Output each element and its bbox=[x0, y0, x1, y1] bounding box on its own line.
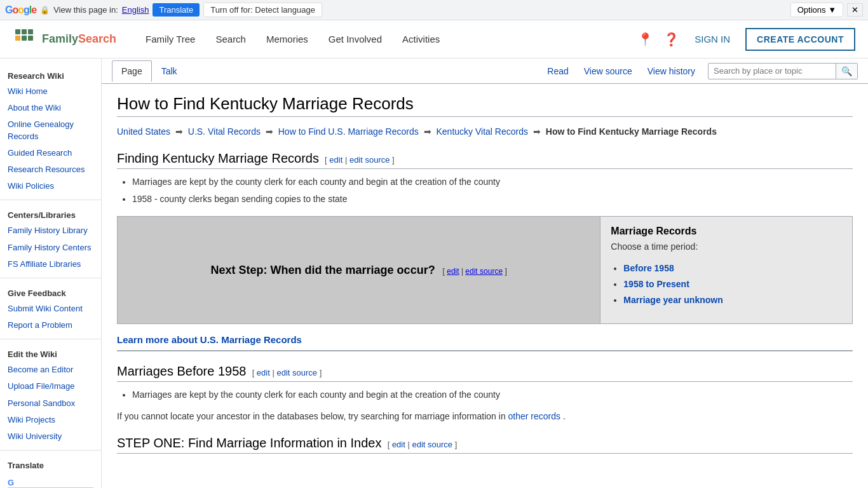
section2-edit-source-link[interactable]: edit source bbox=[276, 368, 317, 377]
year-unknown-link[interactable]: Marriage year unknown bbox=[623, 295, 722, 305]
view-page-text: View this page in: bbox=[53, 5, 118, 15]
translate-button[interactable]: Translate bbox=[153, 3, 200, 17]
main-nav-links: Family Tree Search Memories Get Involved… bbox=[135, 20, 637, 58]
svg-rect-1 bbox=[22, 29, 27, 34]
section1-bullets: Marriages are kept by the county clerk f… bbox=[132, 175, 853, 206]
article-para-1: If you cannot locate your ancestor in th… bbox=[117, 409, 853, 423]
sidebar-wiki-projects[interactable]: Wiki Projects bbox=[0, 412, 101, 428]
translate-close-button[interactable]: ✕ bbox=[847, 3, 863, 17]
nav-right-area: 📍 ❓ SIGN IN CREATE ACCOUNT bbox=[637, 28, 855, 51]
article-title: How to Find Kentucky Marriage Records bbox=[117, 94, 853, 117]
breadcrumb-kentucky-vital-records[interactable]: Kentucky Vital Records bbox=[437, 126, 528, 137]
section1-edit-links: [ edit | edit source ] bbox=[322, 155, 394, 165]
sidebar-divider-3 bbox=[0, 339, 101, 339]
section3-edit-links: [ edit | edit source ] bbox=[385, 440, 457, 449]
section-heading-1: Finding Kentucky Marriage Records [ edit… bbox=[117, 151, 853, 169]
sidebar-report-problem[interactable]: Report a Problem bbox=[0, 317, 101, 334]
nav-get-involved[interactable]: Get Involved bbox=[318, 20, 392, 58]
action-view-history[interactable]: View history bbox=[640, 61, 703, 81]
sidebar-divider-1 bbox=[0, 200, 101, 200]
sidebar-wiki-policies[interactable]: Wiki Policies bbox=[0, 178, 101, 194]
sidebar-online-genealogy[interactable]: Online Genealogy Records bbox=[0, 116, 101, 144]
learn-more-link[interactable]: Learn more about U.S. Marriage Records bbox=[117, 334, 853, 351]
breadcrumb-us-vital-records[interactable]: U.S. Vital Records bbox=[188, 126, 261, 137]
list-item: Before 1958 bbox=[623, 262, 842, 275]
main-nav: FamilySearch Family Tree Search Memories… bbox=[0, 20, 868, 58]
wiki-search-button[interactable]: 🔍 bbox=[836, 64, 857, 79]
sidebar-research-resources[interactable]: Research Resources bbox=[0, 161, 101, 178]
section1-edit-source-link[interactable]: edit source bbox=[349, 155, 390, 165]
tab-talk[interactable]: Talk bbox=[152, 60, 187, 82]
lock-icon: 🔒 bbox=[40, 6, 50, 15]
sidebar-section-translate: Translate bbox=[0, 456, 101, 473]
nav-search[interactable]: Search bbox=[205, 20, 256, 58]
location-icon[interactable]: 📍 bbox=[637, 32, 653, 47]
sidebar-fs-affiliate[interactable]: FS Affiliate Libraries bbox=[0, 256, 101, 273]
sidebar-submit-wiki[interactable]: Submit Wiki Content bbox=[0, 301, 101, 317]
logo-link[interactable]: FamilySearch bbox=[13, 27, 116, 52]
section-heading-2: Marriages Before 1958 [ edit | edit sour… bbox=[117, 364, 853, 382]
action-read[interactable]: Read bbox=[539, 61, 576, 81]
action-view-source[interactable]: View source bbox=[576, 61, 640, 81]
help-icon[interactable]: ❓ bbox=[663, 32, 679, 47]
section3-edit-source-link[interactable]: edit source bbox=[412, 440, 452, 449]
sidebar-section-feedback: Give Feedback bbox=[0, 283, 101, 301]
info-box-edit-links: [ edit | edit source ] bbox=[443, 267, 507, 276]
info-box-edit-source[interactable]: edit source bbox=[465, 267, 503, 276]
1958-present-link[interactable]: 1958 to Present bbox=[623, 279, 689, 289]
sidebar-upload-file[interactable]: Upload File/Image bbox=[0, 378, 101, 395]
svg-rect-3 bbox=[22, 36, 27, 41]
nav-activities[interactable]: Activities bbox=[392, 20, 450, 58]
wiki-tabs-right: Read View source View history 🔍 bbox=[539, 61, 858, 81]
page-layout: Research Wiki Wiki Home About the Wiki O… bbox=[0, 58, 868, 488]
sidebar-guided-research[interactable]: Guided Research bbox=[0, 145, 101, 161]
sidebar-wiki-home[interactable]: Wiki Home bbox=[0, 83, 101, 100]
wiki-tabs: Page Talk Read View source View history … bbox=[102, 58, 868, 84]
list-item: Marriage year unknown bbox=[623, 294, 842, 307]
info-box-right: Marriage Records Choose a time period: B… bbox=[600, 217, 852, 323]
sidebar-wiki-university[interactable]: Wiki University bbox=[0, 428, 101, 445]
section3-edit-link[interactable]: edit bbox=[392, 440, 405, 449]
breadcrumb: United States ➡ U.S. Vital Records ➡ How… bbox=[117, 125, 853, 139]
logo-text: FamilySearch bbox=[42, 32, 116, 46]
create-account-button[interactable]: CREATE ACCOUNT bbox=[745, 28, 855, 51]
tab-page[interactable]: Page bbox=[112, 60, 152, 82]
options-button[interactable]: Options ▼ bbox=[790, 3, 843, 17]
language-link[interactable]: English bbox=[122, 5, 149, 15]
breadcrumb-arrow-3: ➡ bbox=[424, 126, 434, 137]
translate-bar: Google 🔒 View this page in: English Tran… bbox=[0, 0, 868, 20]
other-records-link[interactable]: other records bbox=[508, 411, 560, 421]
google-g-logo: G bbox=[8, 478, 14, 487]
svg-rect-0 bbox=[15, 29, 20, 34]
section2-edit-link[interactable]: edit bbox=[257, 368, 270, 377]
list-item: 1958 to Present bbox=[623, 278, 842, 291]
nav-family-tree[interactable]: Family Tree bbox=[135, 20, 205, 58]
section2-edit-links: [ edit | edit source ] bbox=[250, 368, 322, 377]
sign-in-link[interactable]: SIGN IN bbox=[689, 34, 735, 44]
sidebar: Research Wiki Wiki Home About the Wiki O… bbox=[0, 58, 102, 488]
info-box-edit[interactable]: edit bbox=[447, 267, 459, 276]
breadcrumb-us-marriage-records[interactable]: How to Find U.S. Marriage Records bbox=[278, 126, 419, 137]
turnoff-button[interactable]: Turn off for: Detect language bbox=[203, 3, 322, 17]
nav-memories[interactable]: Memories bbox=[256, 20, 318, 58]
list-item: Marriages are kept by the county clerk f… bbox=[132, 388, 853, 402]
breadcrumb-current: How to Find Kentucky Marriage Records bbox=[546, 126, 717, 137]
breadcrumb-united-states[interactable]: United States bbox=[117, 126, 170, 137]
sidebar-about-wiki[interactable]: About the Wiki bbox=[0, 100, 101, 116]
svg-rect-4 bbox=[28, 29, 33, 34]
google-logo: Google bbox=[5, 4, 36, 16]
sidebar-section-centers: Centers/Libraries bbox=[0, 205, 101, 222]
wiki-search-input[interactable] bbox=[709, 64, 836, 78]
info-box-heading: Marriage Records bbox=[611, 226, 842, 237]
before-1958-link[interactable]: Before 1958 bbox=[623, 263, 674, 273]
sidebar-personal-sandbox[interactable]: Personal Sandbox bbox=[0, 395, 101, 412]
info-box-links-list: Before 1958 1958 to Present Marriage yea… bbox=[623, 262, 842, 307]
sidebar-family-history-library[interactable]: Family History Library bbox=[0, 222, 101, 239]
sidebar-section-edit: Edit the Wiki bbox=[0, 344, 101, 362]
section-heading-3: STEP ONE: Find Marriage Information in I… bbox=[117, 436, 853, 454]
section1-edit-link[interactable]: edit bbox=[329, 155, 342, 165]
list-item: 1958 - county clerks began sending copie… bbox=[132, 193, 853, 206]
sidebar-become-editor[interactable]: Become an Editor bbox=[0, 362, 101, 378]
wiki-search-box: 🔍 bbox=[708, 63, 858, 79]
sidebar-family-history-centers[interactable]: Family History Centers bbox=[0, 240, 101, 256]
